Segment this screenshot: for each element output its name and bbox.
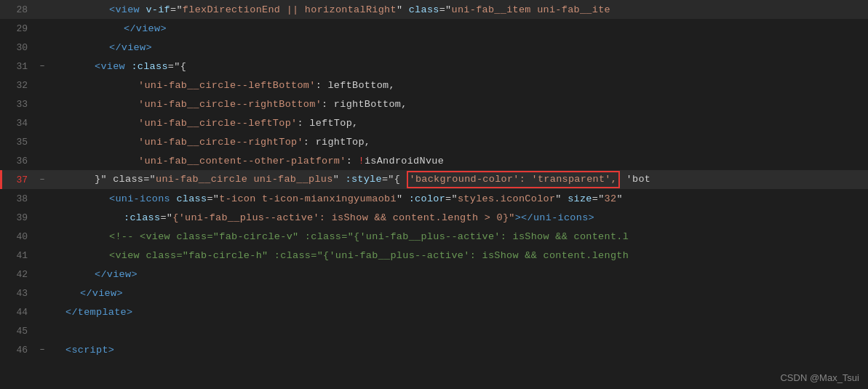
line-number-44: 44 bbox=[0, 307, 36, 318]
code-lines: 28 <view v-if="flexDirectionEnd || horiz… bbox=[0, 0, 868, 389]
code-line-29: 29 </view> bbox=[0, 19, 868, 38]
line-number-42: 42 bbox=[0, 269, 36, 280]
line-number-39: 39 bbox=[0, 212, 36, 223]
line-number-46: 46 bbox=[0, 345, 36, 356]
line-content-39: :class="{'uni-fab__plus--active': isShow… bbox=[48, 212, 594, 223]
line-content-43: </view> bbox=[48, 288, 123, 299]
code-editor: 28 <view v-if="flexDirectionEnd || horiz… bbox=[0, 0, 868, 389]
line-number-41: 41 bbox=[0, 250, 36, 261]
code-line-42: 42 </view> bbox=[0, 265, 868, 284]
code-line-33: 33 'uni-fab__circle--rightBottom': right… bbox=[0, 95, 868, 113]
line-number-40: 40 bbox=[0, 231, 36, 242]
code-line-34: 34 'uni-fab__circle--leftTop': leftTop, bbox=[0, 113, 868, 132]
line-content-42: </view> bbox=[48, 269, 138, 280]
line-number-38: 38 bbox=[0, 193, 36, 204]
code-line-31: 31 − <view :class="{ bbox=[0, 57, 868, 76]
line-content-38: <uni-icons class="t-icon t-icon-mianxing… bbox=[48, 193, 623, 204]
line-content-46: <script> bbox=[48, 345, 114, 356]
line-content-40: <!-- <view class="fab-circle-v" :class="… bbox=[48, 231, 629, 242]
line-number-34: 34 bbox=[0, 118, 36, 129]
line-number-35: 35 bbox=[0, 137, 36, 148]
code-line-28: 28 <view v-if="flexDirectionEnd || horiz… bbox=[0, 0, 868, 19]
line-content-31: <view :class="{ bbox=[48, 61, 186, 72]
code-line-38: 38 <uni-icons class="t-icon t-icon-mianx… bbox=[0, 189, 868, 208]
line-left-indicator-37 bbox=[0, 170, 2, 189]
code-line-41: 41 <view class="fab-circle-h" :class="{'… bbox=[0, 246, 868, 265]
line-number-43: 43 bbox=[0, 288, 36, 299]
code-line-39: 39 :class="{'uni-fab__plus--active': isS… bbox=[0, 208, 868, 227]
code-line-37: 37 − }" class="uni-fab__circle uni-fab__… bbox=[0, 170, 868, 189]
collapse-37[interactable]: − bbox=[36, 175, 48, 184]
line-content-33: 'uni-fab__circle--rightBottom': rightBot… bbox=[48, 99, 407, 110]
code-line-43: 43 </view> bbox=[0, 284, 868, 302]
line-number-28: 28 bbox=[0, 4, 36, 15]
line-number-29: 29 bbox=[0, 23, 36, 34]
line-content-32: 'uni-fab__circle--leftBottom': leftBotto… bbox=[48, 80, 395, 91]
line-number-33: 33 bbox=[0, 99, 36, 110]
line-content-44: </template> bbox=[48, 307, 132, 318]
line-number-36: 36 bbox=[0, 156, 36, 167]
watermark: CSDN @Max_Tsui bbox=[780, 372, 859, 383]
line-content-34: 'uni-fab__circle--leftTop': leftTop, bbox=[48, 118, 358, 129]
line-content-29: </view> bbox=[48, 23, 167, 34]
line-number-45: 45 bbox=[0, 326, 36, 337]
code-line-46: 46 − <script> bbox=[0, 340, 868, 359]
code-line-30: 30 </view> bbox=[0, 38, 868, 57]
code-line-36: 36 'uni-fab__content--other-platform': !… bbox=[0, 151, 868, 170]
collapse-31[interactable]: − bbox=[36, 62, 48, 71]
code-line-44: 44 </template> bbox=[0, 302, 868, 321]
code-line-40: 40 <!-- <view class="fab-circle-v" :clas… bbox=[0, 227, 868, 246]
code-line-45: 45 bbox=[0, 321, 868, 340]
line-content-28: <view v-if="flexDirectionEnd || horizont… bbox=[48, 4, 610, 15]
line-content-35: 'uni-fab__circle--rightTop': rightTop, bbox=[48, 137, 370, 148]
line-number-30: 30 bbox=[0, 42, 36, 53]
line-content-36: 'uni-fab__content--other-platform': !isA… bbox=[48, 156, 444, 167]
line-number-37: 37 bbox=[0, 175, 36, 185]
line-content-30: </view> bbox=[48, 42, 152, 53]
line-content-37: }" class="uni-fab__circle uni-fab__plus"… bbox=[48, 171, 650, 188]
collapse-46[interactable]: − bbox=[36, 345, 48, 354]
highlight-box-37: 'background-color': 'transparent', bbox=[407, 171, 621, 188]
line-number-31: 31 bbox=[0, 61, 36, 72]
line-number-32: 32 bbox=[0, 80, 36, 91]
code-line-35: 35 'uni-fab__circle--rightTop': rightTop… bbox=[0, 132, 868, 151]
line-content-41: <view class="fab-circle-h" :class="{'uni… bbox=[48, 250, 629, 261]
code-line-32: 32 'uni-fab__circle--leftBottom': leftBo… bbox=[0, 76, 868, 95]
